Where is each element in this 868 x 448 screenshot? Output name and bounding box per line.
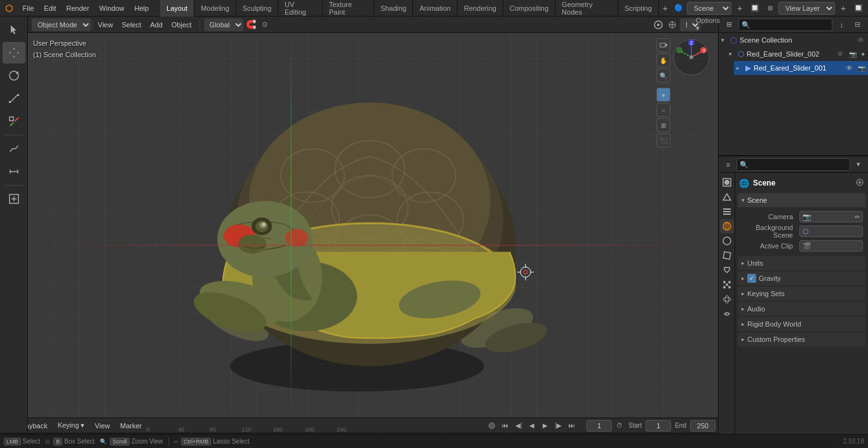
- background-scene-value[interactable]: ⬡: [799, 226, 863, 237]
- select-icon[interactable]: ✦: [860, 51, 865, 58]
- tab-animation[interactable]: Animation: [413, 0, 458, 17]
- outliner-scene-collection[interactable]: ▾ ⬡ Scene Collection 👁: [719, 33, 868, 47]
- record-btn[interactable]: [486, 420, 498, 431]
- view-menu-btn[interactable]: View: [91, 419, 114, 432]
- modifiers-props-icon[interactable]: [720, 263, 734, 277]
- world-props-icon[interactable]: [720, 234, 734, 248]
- audio-section[interactable]: ▸ Audio: [738, 302, 865, 316]
- menu-render[interactable]: Render: [61, 0, 94, 17]
- active-object-icon[interactable]: 🔵: [672, 1, 686, 15]
- viewport-overlays-icon[interactable]: [652, 18, 665, 31]
- outliner-mesh-001[interactable]: ▸ ▶ Red_Eared_Slider_001 👁 📷: [734, 61, 868, 75]
- visibility-icon[interactable]: 👁: [835, 50, 845, 58]
- view-layer-selector[interactable]: View Layer: [778, 2, 835, 15]
- end-frame-field[interactable]: 250: [690, 420, 715, 431]
- units-section[interactable]: ▸ Units: [738, 256, 865, 270]
- select-menu-btn[interactable]: Select: [118, 18, 146, 31]
- scale-tool-btn[interactable]: [3, 88, 25, 109]
- tab-rendering[interactable]: Rendering: [458, 0, 503, 17]
- keying-menu-btn[interactable]: Keying ▾: [54, 419, 89, 432]
- camera-pick-icon[interactable]: ✏: [855, 214, 860, 221]
- scene-props-icon[interactable]: [720, 219, 734, 233]
- menu-edit[interactable]: Edit: [39, 0, 61, 17]
- render-props-icon[interactable]: [720, 175, 734, 189]
- tab-geometry-nodes[interactable]: Geometry Nodes: [555, 0, 618, 17]
- object-mode-dropdown[interactable]: Object Mode: [32, 18, 91, 31]
- use-preview-range-icon[interactable]: ⏱: [614, 421, 625, 431]
- proportional-edit-icon[interactable]: ⊙: [259, 18, 271, 31]
- tab-modeling[interactable]: Modeling: [194, 0, 236, 17]
- rigid-body-world-section[interactable]: ▸ Rigid Body World: [738, 317, 865, 331]
- step-back-btn[interactable]: ◀|: [513, 420, 524, 431]
- outliner-collection-002[interactable]: ▾ ⬡ Red_Eared_Slider_002 👁 📷 ✦: [726, 47, 868, 61]
- props-options-icon[interactable]: ▾: [851, 158, 865, 172]
- outliner-sort-icon[interactable]: ↕: [835, 18, 848, 32]
- rotate-tool-btn[interactable]: [3, 65, 25, 86]
- scene-icon-btn[interactable]: [855, 178, 864, 188]
- add-object-tool-btn[interactable]: [3, 188, 25, 210]
- 3d-viewport[interactable]: User Perspective (1) Scene Collection ✋ …: [28, 33, 718, 417]
- visibility-icon[interactable]: 👁: [844, 64, 854, 72]
- menu-file[interactable]: File: [18, 0, 39, 17]
- add-workspace-button[interactable]: +: [659, 0, 672, 17]
- viewport-camera-icon[interactable]: [656, 38, 670, 52]
- viewport-shading-wireframe-icon[interactable]: ⊞: [656, 118, 670, 132]
- custom-properties-section[interactable]: ▸ Custom Properties: [738, 332, 865, 346]
- new-view-layer-icon[interactable]: +: [836, 1, 850, 15]
- jump-start-btn[interactable]: ⏮: [499, 420, 511, 431]
- outliner-restrict-icon[interactable]: ⊟: [851, 18, 864, 32]
- menu-help[interactable]: Help: [129, 0, 154, 17]
- add-menu-btn[interactable]: Add: [146, 18, 166, 31]
- object-menu-btn[interactable]: Object: [168, 18, 196, 31]
- outliner-search-input[interactable]: [738, 18, 832, 31]
- transform-tool-btn[interactable]: [3, 111, 25, 132]
- view-layer-icon[interactable]: ⊞: [763, 1, 777, 15]
- marker-menu-btn[interactable]: Marker: [116, 419, 146, 432]
- view-menu-btn[interactable]: View: [94, 18, 117, 31]
- axis-gizmo[interactable]: Z X: [672, 38, 710, 78]
- viewport-shading-solid-icon[interactable]: ○: [656, 103, 670, 117]
- tab-compositing[interactable]: Compositing: [503, 0, 555, 17]
- current-frame-field[interactable]: 1: [587, 420, 612, 431]
- outliner-filter-icon[interactable]: ⊞: [722, 18, 736, 32]
- tab-layout[interactable]: Layout: [160, 0, 194, 17]
- cursor-tool-btn[interactable]: [3, 19, 25, 41]
- view-layer-menu-icon[interactable]: 🔲: [851, 1, 865, 15]
- gravity-checkbox[interactable]: ✓: [747, 274, 756, 283]
- viewport-shading-material-icon[interactable]: ●: [656, 88, 670, 102]
- measure-tool-btn[interactable]: [3, 161, 25, 182]
- scene-menu-icon[interactable]: 🔲: [748, 1, 762, 15]
- object-props-icon[interactable]: [720, 248, 734, 262]
- render-icon[interactable]: 📷: [849, 51, 857, 58]
- annotate-tool-btn[interactable]: [3, 138, 25, 160]
- props-search-input[interactable]: [736, 158, 850, 171]
- play-reverse-btn[interactable]: ◀: [526, 420, 538, 431]
- render-icon[interactable]: 📷: [858, 65, 865, 72]
- move-tool-btn[interactable]: [3, 42, 25, 64]
- visibility-icon[interactable]: 👁: [855, 36, 865, 44]
- play-btn[interactable]: ▶: [539, 420, 551, 431]
- gizmo-toggle-icon[interactable]: [666, 18, 679, 31]
- tab-texture-paint[interactable]: Texture Paint: [323, 0, 374, 17]
- keying-sets-section[interactable]: ▸ Keying Sets: [738, 287, 865, 301]
- viewport-zoom-icon[interactable]: 🔍: [656, 69, 670, 83]
- particles-props-icon[interactable]: [720, 278, 734, 292]
- start-frame-field[interactable]: 1: [646, 420, 671, 431]
- new-scene-icon[interactable]: +: [733, 1, 747, 15]
- transform-orientation-dropdown[interactable]: Global: [204, 18, 243, 31]
- viewport-shading-rendered-icon[interactable]: ⬛: [656, 133, 670, 147]
- view-layer-props-icon[interactable]: [720, 205, 734, 219]
- jump-end-btn[interactable]: ⏭: [566, 420, 578, 431]
- menu-window[interactable]: Window: [94, 0, 129, 17]
- viewport-hand-icon[interactable]: ✋: [656, 53, 670, 67]
- props-filter-icon[interactable]: ≡: [721, 158, 735, 172]
- options-btn[interactable]: Options ▾: [702, 18, 714, 31]
- tab-sculpting[interactable]: Sculpting: [236, 0, 278, 17]
- physics-props-icon[interactable]: [720, 292, 734, 306]
- tab-uv-editing[interactable]: UV Editing: [278, 0, 323, 17]
- constraints-props-icon[interactable]: [720, 307, 734, 321]
- gravity-section[interactable]: ▸ ✓ Gravity: [738, 271, 865, 285]
- scene-section-header[interactable]: ▾ Scene: [738, 193, 865, 207]
- tab-shading[interactable]: Shading: [374, 0, 413, 17]
- camera-value[interactable]: 📷 ✏: [799, 211, 863, 222]
